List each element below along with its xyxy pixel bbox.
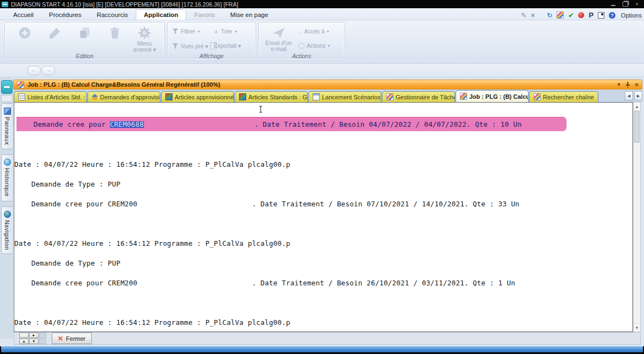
pager-up-button[interactable]: ▲ <box>19 339 29 344</box>
p-icon[interactable]: P <box>589 12 593 19</box>
document-tab-icon <box>386 93 393 100</box>
edit-button[interactable] <box>43 26 67 40</box>
taskbar-strip <box>1 346 643 352</box>
chevron-down-icon: ▾ <box>235 29 237 34</box>
document-tab[interactable]: Rechercher chaîne <box>529 91 598 102</box>
menu-avance-button[interactable]: Menu avancé ▾ <box>132 26 157 53</box>
ribbon-tab-label: Procédures <box>49 12 81 18</box>
ribbon-tab-bar: Accueil Procédures Raccourcis Applicatio… <box>0 8 644 20</box>
refresh-icon[interactable]: ↻ <box>547 12 552 19</box>
side-tab-label: Panneaux <box>4 117 10 145</box>
scrollbar-thumb[interactable] <box>634 111 640 143</box>
document-title: Job : PLG : (B) Calcul Charge&Besoins Gé… <box>27 81 220 88</box>
document-tab[interactable]: Lancement Scénarios ... <box>308 91 381 102</box>
chevron-down-icon[interactable]: ▾ <box>618 82 620 87</box>
title-bar: DIAPASON START 4.16.10 [isia] [E] [DEVEL… <box>0 0 644 8</box>
options-button[interactable]: Options <box>621 12 642 19</box>
selected-text: CREM0688 <box>110 121 144 128</box>
bottom-toolbar: ► ▲ ▼ ✕ Fermer <box>14 332 641 345</box>
actions-menu-button[interactable]: Actions ▾ <box>298 42 330 49</box>
envoi-email-button[interactable]: Envoi d'un e-mail <box>264 26 293 52</box>
record-icon[interactable] <box>578 12 584 18</box>
log-entry-request: Demande cree pour CREM200 . Date Traitem… <box>14 280 632 286</box>
restore-button[interactable] <box>623 2 628 7</box>
document-tab[interactable]: Articles Standards : Ge... <box>235 91 308 102</box>
side-tab-label: Historique <box>4 168 10 196</box>
ribbon-tab-label: Accueil <box>13 12 34 18</box>
add-button[interactable] <box>13 26 37 40</box>
document-tab[interactable]: Gestionnaire de Tâche... <box>382 91 455 102</box>
cancel-icon[interactable]: × <box>531 12 535 19</box>
log-entry-header: Date : 04/07/22 Heure : 16:54:12 Program… <box>14 319 632 326</box>
vertical-scrollbar[interactable]: ▲ ▼ <box>633 102 641 332</box>
paper-plane-icon <box>271 26 286 40</box>
document-tab[interactable]: Demandes d'approvisi... <box>87 91 160 102</box>
ribbon-tab-label: Raccourcis <box>97 12 128 18</box>
acces-a-button[interactable]: ∴ Accès à ▾ <box>298 28 330 35</box>
minimize-button[interactable] <box>611 5 615 6</box>
validate-icon[interactable]: ✔ <box>568 12 574 19</box>
ribbon-tab[interactable]: Procédures <box>41 10 89 20</box>
document-tab[interactable]: Job : PLG : (B) Calcul ... <box>456 90 529 102</box>
pager-spacer <box>39 339 46 344</box>
close-x-icon: ✕ <box>58 335 63 342</box>
job-icon <box>17 81 24 88</box>
rail-mini-button[interactable] <box>1 95 13 102</box>
ribbon: Menu avancé ▾ Edition Filtrer ▾ <box>0 20 644 64</box>
document-tab-icon <box>239 93 246 100</box>
document-tab-icon <box>313 93 320 100</box>
trier-button[interactable]: ▲ Trier ▾ <box>214 28 241 35</box>
filter-icon <box>172 28 179 35</box>
close-button[interactable]: × <box>635 2 639 7</box>
ribbon-tab-label: Application <box>144 12 179 18</box>
ribbon-tab[interactable]: Application <box>136 9 187 20</box>
scroll-down-icon[interactable]: ▼ <box>634 323 640 331</box>
highlighted-log-line[interactable]: Demande cree pour CREM0688 . Date Traite… <box>16 117 567 131</box>
window-controls: × <box>611 2 639 7</box>
trash-icon <box>108 26 122 40</box>
hierarchy-icon: ∴ <box>298 29 302 35</box>
document-tab-icon <box>92 94 98 100</box>
delete-button[interactable] <box>103 26 127 40</box>
ribbon-tab[interactable]: Raccourcis <box>89 10 136 20</box>
side-tab[interactable]: Navigation <box>1 206 13 255</box>
copy-button[interactable] <box>73 26 97 40</box>
tab-scroll-right-button[interactable]: ▶ <box>634 91 642 100</box>
edit-icon[interactable]: ✎ <box>521 12 526 19</box>
close-document-icon[interactable]: × <box>635 81 639 88</box>
document-tab[interactable]: Articles approvisionnés <box>161 91 234 102</box>
quick-access-icons: ✎ × ↻ ✔ P ? Options <box>521 12 644 20</box>
document-tab-icon <box>534 93 541 100</box>
vues-pre-button[interactable]: Vues pré ▾ <box>172 42 216 49</box>
group-label-affichage: Affichage <box>168 53 256 60</box>
filtrer-button[interactable]: Filtrer ▾ <box>172 28 216 35</box>
ribbon-tab-label: Mise en page <box>230 12 268 18</box>
document-tab-label: Listes d'Articles Std. : L... <box>27 94 87 100</box>
pager-first-button[interactable] <box>19 333 29 338</box>
collapse-panel-button[interactable] <box>1 80 13 94</box>
fermer-button[interactable]: ✕ Fermer <box>52 333 92 344</box>
document-tab[interactable]: Listes d'Articles Std. : L... <box>14 91 87 102</box>
back-arrow-button[interactable]: ← <box>27 66 41 75</box>
copy-icon <box>77 26 92 40</box>
ribbon-tab[interactable]: Accueil <box>5 10 41 20</box>
side-tab[interactable]: Historique <box>1 154 13 201</box>
log-viewer[interactable]: Demande cree pour CREM0688 . Date Traite… <box>14 102 633 332</box>
ribbon-tab[interactable]: Favoris <box>186 10 223 20</box>
notes-icon[interactable] <box>557 12 564 19</box>
pager-next-button[interactable]: ► <box>29 333 38 338</box>
exportation-button[interactable]: Exportati ▾ <box>214 42 241 49</box>
ribbon-tab[interactable]: Mise en page <box>223 10 276 20</box>
side-tab[interactable]: Panneaux <box>1 103 13 149</box>
pin-icon[interactable] <box>625 82 630 88</box>
pager-down-button[interactable]: ▼ <box>29 339 38 344</box>
forward-arrow-button[interactable]: → <box>42 66 55 75</box>
scroll-up-icon[interactable]: ▲ <box>634 103 640 111</box>
tab-scroll-left-button[interactable]: ◀ <box>625 91 633 100</box>
document-tab-label: Lancement Scénarios ... <box>322 94 381 100</box>
log-entry: Date : 04/07/22 Heure : 16:54:12 Program… <box>14 148 632 221</box>
gear-icon <box>137 26 152 40</box>
help-icon[interactable]: ? <box>609 12 615 19</box>
log-entry-header: Date : 04/07/22 Heure : 16:54:12 Program… <box>14 240 632 247</box>
new-window-icon[interactable] <box>598 12 604 19</box>
